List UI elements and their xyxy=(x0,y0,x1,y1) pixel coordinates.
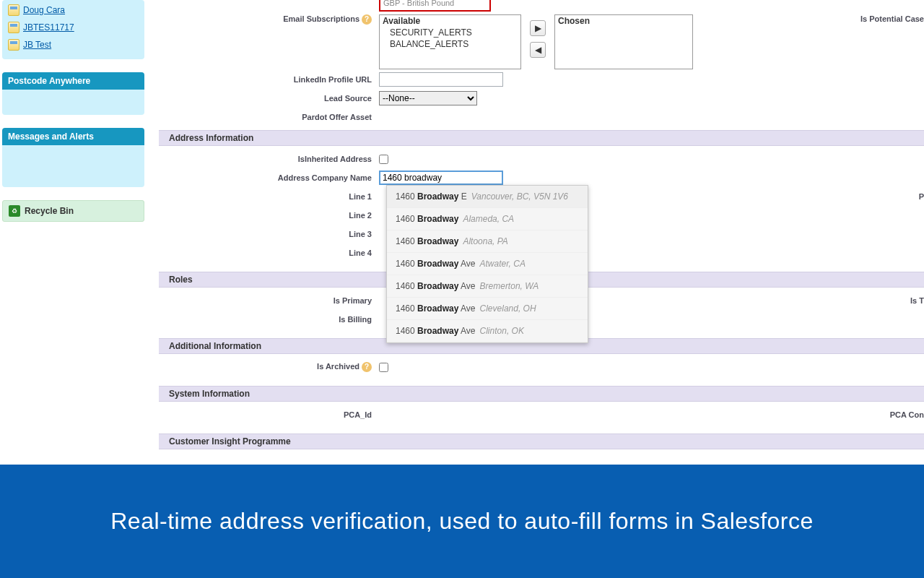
recent-item[interactable]: JBTES11717 xyxy=(2,19,144,36)
move-right-button[interactable]: ▶ xyxy=(530,20,546,36)
right-label-p: P xyxy=(919,192,924,201)
pca-con-label: PCA Con xyxy=(890,410,924,419)
line1-label: Line 1 xyxy=(159,192,379,201)
recent-item[interactable]: JB Test xyxy=(2,36,144,53)
recycle-icon: ♻ xyxy=(9,205,20,217)
autocomplete-suggestion[interactable]: 1460 BroadwayAlameda, CA xyxy=(387,208,588,230)
available-header: Available xyxy=(380,15,520,27)
right-label-t: Is T xyxy=(910,296,924,305)
line3-label: Line 3 xyxy=(159,230,379,238)
linkedin-label: LinkedIn Profile URL xyxy=(159,75,379,84)
recycle-bin-link[interactable]: ♻ Recycle Bin xyxy=(2,200,144,222)
help-icon[interactable]: ? xyxy=(362,362,372,372)
available-opt[interactable]: BALANCE_ALERTS xyxy=(380,38,520,50)
linkedin-input[interactable] xyxy=(379,72,503,87)
autocomplete-suggestion[interactable]: 1460 Broadway AveClinton, OK xyxy=(387,320,588,342)
recent-link-jbtest[interactable]: JB Test xyxy=(23,40,51,50)
record-icon xyxy=(8,4,19,16)
customer-section-header: Customer Insight Programme xyxy=(159,434,924,449)
inherited-label: IsInherited Address xyxy=(159,155,379,163)
marketing-banner: Real-time address verification, used to … xyxy=(0,465,924,578)
leadsource-label: Lead Source xyxy=(159,94,379,103)
sidebar: Doug Cara JBTES11717 JB Test Postcode An… xyxy=(0,0,144,465)
address-autocomplete-dropdown: 1460 Broadway EVancouver, BC, V5N 1V6146… xyxy=(386,185,588,343)
is-potential-label: Is Potential Case xyxy=(860,14,924,23)
system-section-header: System Information xyxy=(159,386,924,402)
recent-items-box: Doug Cara JBTES11717 JB Test xyxy=(2,0,144,59)
address-section-header: Address Information xyxy=(159,130,924,146)
line2-label: Line 2 xyxy=(159,211,379,220)
messages-alerts-box: Messages and Alerts xyxy=(2,128,144,187)
autocomplete-suggestion[interactable]: 1460 Broadway EVancouver, BC, V5N 1V6 xyxy=(387,186,588,208)
chosen-list[interactable]: Chosen xyxy=(554,14,693,69)
recent-link-jbtes[interactable]: JBTES11717 xyxy=(23,22,74,33)
email-subs-label: Email Subscriptions? xyxy=(159,14,379,25)
box-header: Messages and Alerts xyxy=(2,128,144,145)
line4-label: Line 4 xyxy=(159,249,379,257)
autocomplete-suggestion[interactable]: 1460 Broadway AveCleveland, OH xyxy=(387,298,588,320)
leadsource-select[interactable]: --None-- xyxy=(379,91,477,105)
pca-id-label: PCA_Id xyxy=(159,410,379,419)
currency-select[interactable]: GBP - British Pound xyxy=(379,0,491,12)
recent-item[interactable]: Doug Cara xyxy=(2,1,144,19)
autocomplete-suggestion[interactable]: 1460 BroadwayAltoona, PA xyxy=(387,230,588,253)
archived-checkbox[interactable] xyxy=(379,363,388,372)
available-opt[interactable]: SECURITY_ALERTS xyxy=(380,27,520,38)
address-company-label: Address Company Name xyxy=(159,173,379,182)
is-billing-label: Is Billing xyxy=(159,315,379,324)
recent-link-doug[interactable]: Doug Cara xyxy=(23,5,65,15)
banner-text: Real-time address verification, used to … xyxy=(110,508,814,535)
box-header: Postcode Anywhere xyxy=(2,72,144,90)
address-company-input[interactable] xyxy=(379,171,503,185)
record-icon xyxy=(8,39,19,51)
chosen-header: Chosen xyxy=(555,15,692,27)
autocomplete-suggestion[interactable]: 1460 Broadway AveBremerton, WA xyxy=(387,275,588,298)
record-icon xyxy=(8,22,19,33)
autocomplete-suggestion[interactable]: 1460 Broadway AveAtwater, CA xyxy=(387,253,588,275)
recycle-label: Recycle Bin xyxy=(25,206,74,216)
postcode-anywhere-box: Postcode Anywhere xyxy=(2,72,144,115)
move-left-button[interactable]: ◀ xyxy=(530,42,546,58)
pardot-label: Pardot Offer Asset xyxy=(159,113,379,121)
available-list[interactable]: Available SECURITY_ALERTS BALANCE_ALERTS xyxy=(379,14,521,69)
inherited-checkbox[interactable] xyxy=(379,155,388,164)
is-archived-label: Is Archived? xyxy=(159,362,379,372)
help-icon[interactable]: ? xyxy=(362,14,372,25)
is-primary-label: Is Primary xyxy=(159,296,379,305)
